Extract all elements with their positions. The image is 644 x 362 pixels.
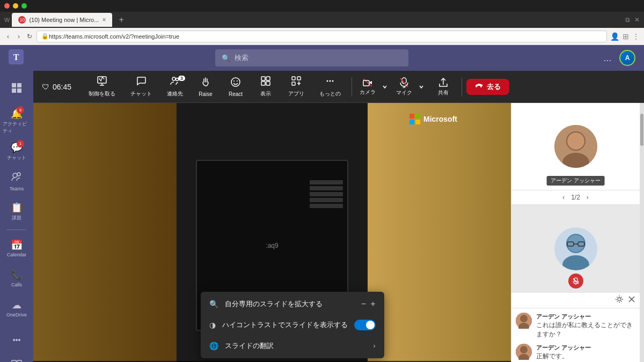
svg-point-6	[13, 173, 17, 178]
svg-rect-4	[12, 88, 16, 93]
message-1: アーデン アッシャー これは誰が私に教えることができますか？	[516, 313, 635, 339]
svg-point-42	[567, 132, 584, 150]
browser-restore[interactable]: ⧉	[625, 16, 630, 24]
tab-bar: W 10 (10) Meeting now | Micro... × + ⧉ ✕	[0, 12, 644, 28]
participant-avatar-1	[554, 125, 597, 168]
contrast-toggle[interactable]	[354, 320, 376, 330]
camera-chevron-icon	[382, 84, 387, 90]
add-tab-btn[interactable]: +	[114, 15, 128, 25]
close-btn[interactable]	[4, 3, 10, 9]
more-icon: •••	[13, 334, 21, 345]
lock-icon: 🔒	[41, 33, 49, 40]
active-tab[interactable]: 10 (10) Meeting now | Micro... ×	[12, 13, 112, 27]
calendar-label: Calendar	[7, 252, 27, 257]
more-options-btn[interactable]: ...	[600, 50, 615, 65]
avatar-initials: A	[625, 54, 630, 62]
browser-close-win[interactable]: ✕	[634, 16, 640, 24]
take-control-btn[interactable]: 制御を取る	[82, 73, 122, 100]
right-panel: アーデン アッシャー ‹ 1/2 ›	[511, 103, 640, 362]
sidebar-item-onedrive[interactable]: ☁ OneDrive	[3, 294, 31, 322]
react-btn[interactable]: React	[222, 75, 250, 99]
leave-btn[interactable]: 去る	[466, 79, 509, 95]
mic-dropdown-btn[interactable]	[415, 82, 427, 92]
search-bar[interactable]: 🔍 検索	[215, 49, 408, 67]
bell-icon: 🔔 9	[11, 108, 23, 120]
raise-btn[interactable]: Raise	[192, 75, 219, 99]
sidebar-item-teams[interactable]: Teams	[3, 167, 31, 195]
toolbar-separator1	[352, 77, 352, 97]
zoom-item[interactable]: 🔍 自分専用のスライドを拡大する − +	[201, 294, 384, 314]
more-toolbar-label: もっとの	[319, 90, 341, 98]
slide-left	[33, 103, 177, 362]
tab-badge: 10	[18, 16, 26, 24]
extensions-icon[interactable]: ⊞	[623, 32, 629, 41]
svg-rect-2	[12, 83, 16, 87]
sidebar-item-grid[interactable]	[3, 75, 31, 103]
forward-btn[interactable]: ›	[15, 33, 23, 40]
svg-point-30	[327, 80, 328, 82]
svg-rect-27	[292, 82, 295, 85]
maximize-btn[interactable]	[21, 3, 27, 9]
camera-dropdown-btn[interactable]	[379, 82, 391, 92]
sidebar-item-activity[interactable]: 🔔 9 アクティビティ	[3, 107, 31, 135]
camera-btn[interactable]: カメラ	[356, 76, 379, 98]
calls-icon: 📞	[11, 269, 23, 281]
svg-rect-11	[17, 360, 21, 363]
transcript-settings-btn[interactable]	[615, 295, 624, 306]
sidebar-item-calendar[interactable]: 📅 Calendar	[3, 234, 31, 262]
sidebar-item-more[interactable]: •••	[3, 326, 31, 353]
svg-rect-8	[12, 360, 16, 363]
sidebar-item-chat[interactable]: 💬 1 チャット	[3, 137, 31, 165]
back-btn[interactable]: ‹	[4, 33, 12, 40]
add-apps-icon	[11, 360, 22, 363]
pagination-indicator: 1/2	[571, 194, 580, 201]
teams-label: Teams	[10, 186, 24, 191]
transcript-close-btn[interactable]	[628, 295, 635, 305]
transcript-header	[511, 293, 640, 308]
ms-logo: Microsoft	[409, 114, 457, 124]
contrast-item[interactable]: ◑ ハイコントラストでスライドを表示する	[201, 314, 384, 336]
minimize-btn[interactable]	[13, 3, 18, 9]
meeting-time: 06:45	[53, 83, 71, 91]
user-avatar[interactable]: A	[619, 50, 635, 66]
mic-muted-icon	[572, 277, 580, 285]
next-participant-btn[interactable]: ›	[587, 194, 589, 201]
onedrive-icon: ☁	[12, 299, 21, 311]
more-btn[interactable]: もっとの	[313, 73, 347, 100]
content-area: :aq9 🤚	[33, 103, 644, 362]
tasks-icon: 📋	[11, 202, 23, 213]
take-control-icon	[97, 76, 107, 89]
svg-rect-3	[17, 83, 21, 87]
app-icon: W	[4, 17, 10, 23]
share-btn[interactable]: 共有	[429, 75, 457, 99]
zoom-minus-btn[interactable]: −	[361, 299, 366, 309]
sidebar-item-apps[interactable]: Apps	[3, 356, 31, 362]
prev-participant-btn[interactable]: ‹	[562, 194, 565, 201]
contacts-btn[interactable]: 連絡先 3	[160, 73, 189, 100]
teams-header: T 🔍 検索 ... A	[0, 45, 644, 71]
scroll-thumb	[640, 114, 643, 146]
svg-point-16	[172, 77, 175, 80]
msg-avatar-2	[516, 344, 532, 360]
apps-btn[interactable]: アプリ	[282, 73, 311, 100]
tab-close[interactable]: ×	[102, 16, 106, 24]
translate-icon: 🌐	[209, 342, 218, 350]
ms-logo-grid	[409, 114, 420, 124]
chat-btn[interactable]: チャット	[124, 73, 158, 100]
translate-item[interactable]: 🌐 スライドの翻訳 ›	[201, 336, 384, 356]
profile-icon[interactable]: 👤	[610, 32, 619, 41]
sidebar-item-tasks[interactable]: 📋 課題	[3, 197, 31, 225]
refresh-btn[interactable]: ↻	[26, 33, 33, 40]
take-control-label: 制御を取る	[89, 90, 115, 98]
sidebar-item-calls[interactable]: 📞 Calls	[3, 264, 31, 292]
meeting-toolbar: 🛡 06:45 制御を取る チャット 連絡先 3	[33, 71, 644, 103]
svg-point-18	[231, 78, 240, 86]
view-btn[interactable]: 表示	[252, 73, 280, 100]
browser-menu[interactable]: ⋮	[632, 32, 640, 41]
zoom-plus-btn[interactable]: +	[370, 299, 375, 309]
svg-point-31	[330, 80, 331, 82]
address-bar[interactable]: 🔒 https://teams.microsoft.com/v2/?meetin…	[36, 31, 607, 42]
scrollbar[interactable]	[640, 103, 644, 362]
mic-btn[interactable]: マイク	[393, 75, 415, 99]
svg-point-53	[618, 298, 621, 301]
